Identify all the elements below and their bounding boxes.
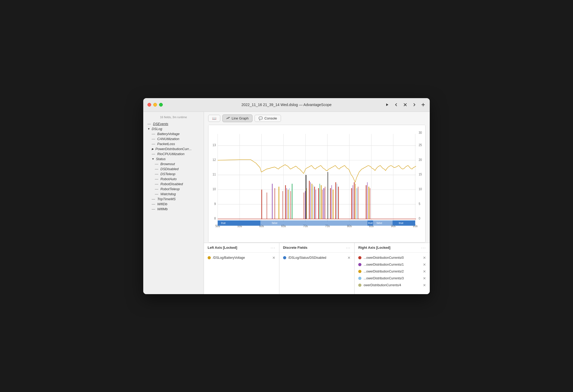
right-axis-title: Right Axis [Locked]: [358, 246, 390, 250]
svg-text:11: 11: [213, 172, 216, 176]
chart-area: 8 9 10 11 12 13 0 5 10 15 20 25 30: [204, 125, 430, 243]
svg-rect-57: [267, 192, 267, 219]
back-button[interactable]: [394, 102, 399, 107]
dash-icon: —: [155, 162, 158, 166]
sidebar-item-label: RobotAuto: [160, 177, 176, 181]
traffic-lights: [147, 103, 163, 107]
remove-button[interactable]: ✕: [423, 283, 426, 287]
sidebar-item-label: WifiMb: [157, 207, 168, 211]
svg-text:8: 8: [214, 216, 216, 220]
sidebar-item-packet[interactable]: — PacketLoss: [143, 141, 204, 146]
sidebar-item-dsevents[interactable]: — DSEvents: [143, 121, 204, 126]
svg-rect-71: [309, 181, 310, 219]
svg-rect-80: [322, 189, 323, 219]
dash-icon: —: [155, 172, 158, 176]
svg-rect-73: [312, 184, 312, 219]
svg-text:30: 30: [419, 131, 422, 134]
svg-text:false: false: [272, 221, 278, 224]
line-graph-button[interactable]: Line Graph: [222, 114, 252, 122]
left-axis-title: Left Axis [Locked]: [208, 246, 237, 250]
sidebar-item-can[interactable]: — CANUtilization: [143, 136, 204, 141]
sidebar-item-power[interactable]: ▶ PowerDistributionCurr...: [143, 146, 204, 151]
discrete-fields-menu[interactable]: ···: [346, 246, 351, 250]
triangle-down-icon: ▼: [152, 157, 154, 160]
item-label: ...owerDistributionCurrents/1: [364, 263, 421, 266]
svg-rect-59: [275, 188, 275, 219]
close-button[interactable]: [147, 103, 151, 107]
svg-rect-97: [368, 187, 369, 219]
sidebar-item-label: PacketLoss: [157, 142, 175, 146]
svg-text:20: 20: [419, 158, 422, 161]
main-content: 16 fields, 3m runtime — DSEvents ▼ DSLog…: [143, 112, 430, 294]
sidebar-item-label: CANUtilization: [157, 137, 179, 141]
remove-button[interactable]: ✕: [423, 256, 426, 260]
maximize-button[interactable]: [159, 103, 163, 107]
svg-text:12: 12: [213, 158, 216, 161]
sidebar-item-wifidb[interactable]: — WifiDb: [143, 202, 204, 207]
svg-rect-88: [338, 187, 339, 219]
svg-rect-98: [370, 188, 370, 219]
svg-text:25: 25: [419, 143, 422, 147]
svg-rect-83: [330, 188, 331, 219]
svg-rect-58: [272, 184, 273, 219]
sidebar-item-label: TripTimeMS: [157, 197, 176, 201]
svg-rect-100: [327, 172, 328, 219]
remove-button[interactable]: ✕: [272, 256, 275, 260]
play-button[interactable]: [385, 102, 390, 107]
color-indicator: [358, 284, 361, 287]
window-title: 2022_11_16 21_39_14 Wed.dslog — Advantag…: [241, 103, 331, 107]
svg-rect-67: [292, 184, 293, 219]
forward-button[interactable]: [412, 102, 417, 107]
discrete-fields-title: Discrete Fields: [283, 246, 308, 250]
svg-rect-61: [283, 191, 283, 219]
list-item: ...owerDistributionCurrents/0 ✕: [355, 254, 430, 261]
dash-icon: —: [152, 207, 155, 211]
console-button[interactable]: 💬 Console: [255, 115, 281, 122]
right-axis-menu[interactable]: ···: [421, 246, 426, 250]
sidebar-item-robotdisabled[interactable]: — RobotDisabled: [143, 181, 204, 187]
sidebar-item-dslog[interactable]: ▼ DSLog: [143, 126, 204, 131]
add-button[interactable]: [421, 102, 426, 107]
right-panel: 📖 Line Graph 💬 Console: [204, 112, 430, 294]
dash-icon: —: [155, 167, 158, 171]
dash-icon: —: [152, 202, 155, 206]
sidebar-item-battery[interactable]: — BatteryVoltage: [143, 131, 204, 136]
close-x-button[interactable]: [403, 102, 408, 107]
remove-button[interactable]: ✕: [423, 262, 426, 267]
console-icon: 💬: [259, 116, 263, 120]
left-axis-menu[interactable]: ···: [271, 246, 275, 250]
sidebar-item-label: DSEvents: [153, 122, 168, 126]
svg-rect-68: [304, 192, 304, 219]
list-item: /DSLog/Status/DSDisabled ✕: [279, 254, 355, 261]
color-indicator: [358, 277, 361, 280]
svg-text:9: 9: [214, 202, 216, 205]
item-label: ...owerDistributionCurrents/3: [364, 276, 421, 280]
remove-button[interactable]: ✕: [423, 269, 426, 274]
sidebar-item-wifimb[interactable]: — WifiMb: [143, 207, 204, 212]
remove-button[interactable]: ✕: [423, 276, 426, 280]
svg-text:10: 10: [213, 187, 216, 191]
svg-rect-85: [333, 189, 333, 219]
remove-button[interactable]: ✕: [347, 256, 351, 260]
dash-icon: —: [155, 177, 158, 181]
sidebar-item-watchdog[interactable]: — Watchdog: [143, 192, 204, 197]
svg-rect-89: [351, 188, 352, 219]
right-axis-panel: Right Axis [Locked] ··· ...owerDistribut…: [355, 243, 430, 294]
sidebar-item-rio[interactable]: — RioCPUUtilization: [143, 151, 204, 156]
sidebar-item-dsdisabled[interactable]: — DSDisabled: [143, 166, 204, 171]
left-axis-panel: Left Axis [Locked] ··· /DSLog/BatteryVol…: [204, 243, 279, 294]
sidebar-item-status[interactable]: ▼ Status: [143, 156, 204, 161]
console-label: Console: [264, 116, 277, 120]
minimize-button[interactable]: [153, 103, 157, 107]
sidebar-item-label: PowerDistributionCurr...: [155, 147, 192, 151]
sidebar-item-dsteleop[interactable]: — DSTeleop: [143, 171, 204, 176]
sidebar-item-label: Watchdog: [160, 192, 176, 196]
book-button[interactable]: 📖: [208, 115, 220, 122]
svg-rect-96: [367, 182, 367, 219]
sidebar-item-triptime[interactable]: — TripTimeMS: [143, 197, 204, 202]
svg-text:0: 0: [419, 216, 421, 220]
sidebar-item-robotteleop[interactable]: — RobotTeleop: [143, 187, 204, 192]
sidebar-item-brownout[interactable]: — Brownout: [143, 161, 204, 166]
sidebar-item-robotauto[interactable]: — RobotAuto: [143, 176, 204, 181]
sidebar: 16 fields, 3m runtime — DSEvents ▼ DSLog…: [143, 112, 204, 294]
